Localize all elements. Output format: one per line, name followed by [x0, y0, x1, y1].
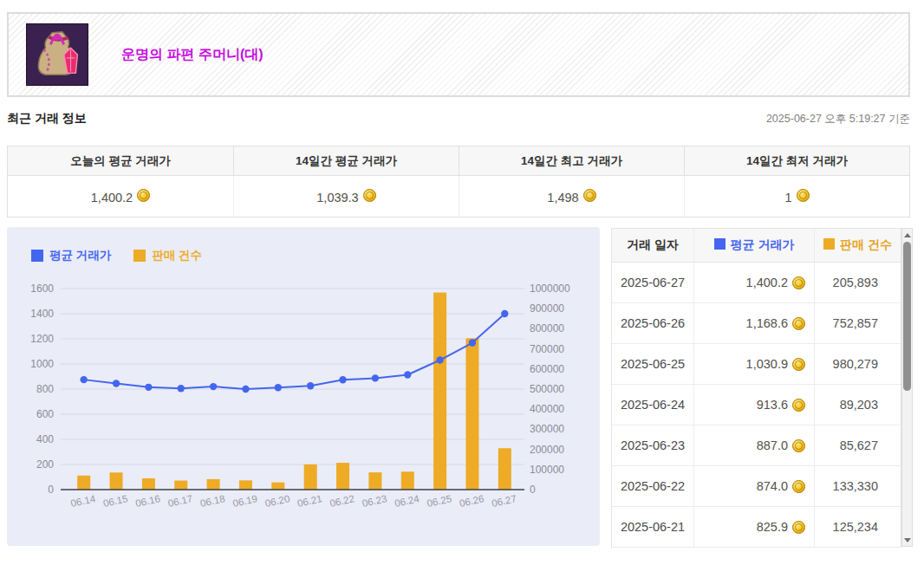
price-history-chart: 0200400600800100012001400160001000002000…	[7, 227, 600, 546]
summary-value-text: 1,498	[547, 191, 578, 205]
section-bar: 최근 거래 정보 2025-06-27 오후 5:19:27 기준	[7, 111, 910, 127]
trade-date: 2025-06-27	[621, 276, 685, 289]
trade-date: 2025-06-26	[621, 316, 685, 330]
gold-coin-icon	[792, 439, 805, 452]
gold-coin-icon	[797, 189, 810, 202]
item-header: 운명의 파편 주머니(대)	[7, 12, 910, 97]
avg-price-value: 1,400.2	[746, 276, 788, 289]
legend-item-avg-price[interactable]: 평균 거래가	[31, 248, 111, 263]
summary-value-text: 1,039.3	[316, 191, 358, 205]
summary-label-14d-avg: 14일간 평균 거래가	[233, 146, 459, 175]
svg-text:1400: 1400	[30, 308, 54, 320]
summary-value-14d-avg: 1,039.3	[233, 176, 459, 217]
avg-price-value: 1,168.6	[746, 316, 788, 330]
svg-text:800: 800	[36, 383, 54, 395]
scroll-up-button[interactable]	[902, 229, 912, 241]
trade-date-cell: 2025-06-23	[612, 425, 693, 465]
sales-count-cell: 85,627	[814, 425, 901, 465]
trade-row: 2025-06-22 874.0 133,330	[612, 466, 901, 507]
gold-coin-icon	[792, 276, 805, 289]
gold-coin-icon	[792, 480, 805, 493]
header-label: 판매 건수	[840, 237, 892, 251]
svg-text:200000: 200000	[530, 444, 564, 456]
item-name: 운명의 파편 주머니(대)	[121, 46, 264, 64]
svg-text:06.15: 06.15	[102, 493, 129, 509]
avg-price-cell: 1,030.9	[693, 344, 814, 384]
trade-date: 2025-06-24	[621, 398, 685, 412]
svg-text:06.24: 06.24	[394, 493, 420, 509]
svg-text:300000: 300000	[530, 423, 564, 435]
svg-text:0: 0	[530, 484, 536, 496]
svg-text:06.25: 06.25	[426, 493, 452, 509]
svg-text:06.17: 06.17	[167, 493, 194, 509]
svg-text:600: 600	[36, 408, 54, 420]
trade-row: 2025-06-25 1,030.9 980,279	[612, 344, 901, 385]
avg-price-cell: 874.0	[693, 466, 814, 506]
trade-date: 2025-06-25	[621, 357, 685, 371]
item-trade-page: 운명의 파편 주머니(대) 최근 거래 정보 2025-06-27 오후 5:1…	[0, 0, 924, 565]
gold-coin-icon	[792, 358, 805, 371]
trade-row: 2025-06-26 1,168.6 752,857	[612, 303, 901, 344]
svg-text:06.26: 06.26	[459, 493, 485, 509]
avg-price-cell: 825.9	[693, 507, 814, 547]
legend-label: 평균 거래가	[49, 248, 111, 263]
scroll-down-button[interactable]	[902, 534, 912, 546]
svg-text:800000: 800000	[530, 322, 564, 334]
svg-text:06.20: 06.20	[264, 493, 291, 509]
trade-date-cell: 2025-06-25	[612, 344, 693, 384]
data-timestamp: 2025-06-27 오후 5:19:27 기준	[766, 112, 910, 127]
sales-count-cell: 205,893	[814, 263, 901, 302]
svg-text:100000: 100000	[530, 464, 564, 476]
trade-date-cell: 2025-06-24	[612, 385, 693, 425]
chart-canvas: 0200400600800100012001400160001000002000…	[7, 227, 600, 546]
svg-text:06.21: 06.21	[296, 493, 323, 509]
avg-price-value: 913.6	[757, 398, 788, 412]
svg-text:06.14: 06.14	[70, 493, 97, 509]
svg-text:06.18: 06.18	[199, 493, 226, 509]
trade-date-cell: 2025-06-21	[612, 507, 693, 547]
svg-text:400000: 400000	[530, 403, 564, 415]
avg-price-value: 874.0	[757, 479, 788, 493]
gold-coin-icon	[583, 189, 596, 202]
gold-coin-icon	[792, 521, 805, 534]
avg-price-swatch-icon	[31, 250, 43, 262]
header-label: 평균 거래가	[731, 237, 795, 251]
price-summary-table: 오늘의 평균 거래가 14일간 평균 거래가 14일간 최고 거래가 14일간 …	[7, 146, 910, 218]
table-scrollbar[interactable]	[901, 228, 913, 547]
summary-value-today-avg: 1,400.2	[8, 176, 233, 217]
trade-table-header: 거래 일자 평균 거래가 판매 건수	[612, 229, 901, 263]
svg-text:06.22: 06.22	[329, 493, 355, 509]
section-title: 최근 거래 정보	[7, 111, 87, 127]
summary-value-text: 1,400.2	[91, 191, 133, 205]
svg-text:06.23: 06.23	[361, 493, 388, 509]
avg-price-cell: 1,400.2	[693, 263, 814, 302]
summary-label-today-avg: 오늘의 평균 거래가	[8, 146, 233, 175]
avg-price-value: 1,030.9	[746, 357, 788, 371]
gold-coin-icon	[137, 189, 150, 202]
avg-price-cell: 1,168.6	[693, 303, 814, 343]
legend-item-sales-count[interactable]: 판매 건수	[133, 248, 202, 263]
arrow-up-icon	[904, 233, 911, 237]
trade-date-cell: 2025-06-26	[612, 303, 693, 343]
svg-text:1200: 1200	[30, 333, 54, 345]
sales-count-value: 89,203	[840, 398, 878, 412]
trade-row: 2025-06-24 913.6 89,203	[612, 385, 901, 425]
trade-date: 2025-06-23	[621, 438, 685, 452]
summary-header-row: 오늘의 평균 거래가 14일간 평균 거래가 14일간 최고 거래가 14일간 …	[8, 146, 909, 176]
column-header-avg-price: 평균 거래가	[693, 229, 814, 262]
sales-count-cell: 133,330	[814, 466, 901, 506]
chart-legend: 평균 거래가 판매 건수	[31, 248, 202, 263]
summary-value-text: 1	[784, 191, 791, 205]
avg-price-value: 887.0	[757, 438, 788, 452]
svg-text:06.19: 06.19	[231, 493, 258, 509]
summary-label-14d-low: 14일간 최저 거래가	[684, 146, 909, 175]
summary-value-14d-low: 1	[684, 176, 909, 217]
gold-coin-icon	[792, 399, 805, 412]
avg-price-swatch-icon	[714, 238, 726, 250]
gold-coin-icon	[792, 317, 805, 330]
scrollbar-thumb[interactable]	[903, 242, 911, 391]
trade-row: 2025-06-21 825.9 125,234	[612, 507, 901, 548]
svg-text:900000: 900000	[530, 302, 564, 315]
arrow-down-icon	[904, 538, 911, 542]
sales-count-value: 205,893	[833, 276, 878, 289]
